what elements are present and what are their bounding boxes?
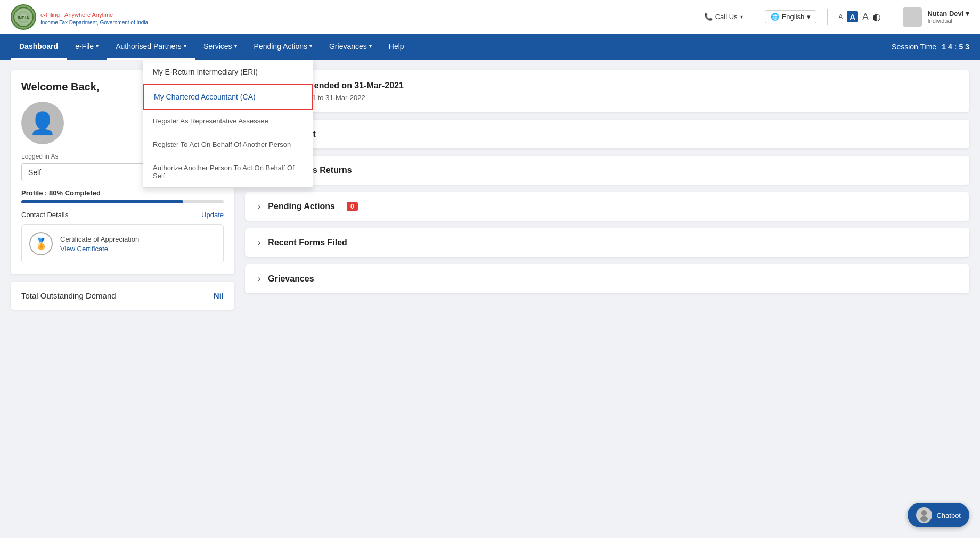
pending-actions-badge: 0 xyxy=(347,202,358,211)
svg-point-4 xyxy=(920,516,928,522)
user-chevron-icon: ▾ xyxy=(966,10,969,18)
demand-label: Total Outstanding Demand xyxy=(21,291,116,300)
call-us-chevron-icon: ▾ xyxy=(740,14,743,20)
contrast-button[interactable]: ◐ xyxy=(872,11,881,23)
svg-text:INDIA: INDIA xyxy=(18,15,29,20)
globe-icon: 🌐 xyxy=(771,13,779,21)
accordion-title-pending: Pending Actions xyxy=(268,202,335,211)
logo-filing: e-Filing Anywhere Anytime xyxy=(40,9,148,20)
svg-point-3 xyxy=(921,510,927,516)
dropdown-item-act-behalf[interactable]: Register To Act On Behalf Of Another Per… xyxy=(143,133,313,156)
nav-item-grievances[interactable]: Grievances ▾ xyxy=(321,34,380,60)
certificate-card: 🏅 Certificate of Appreciation View Certi… xyxy=(21,224,224,263)
nav-item-pending-actions[interactable]: Pending Actions ▾ xyxy=(246,34,321,60)
accordion-chevron-icon-3: › xyxy=(258,202,260,211)
certificate-title: Certificate of Appreciation xyxy=(60,235,139,243)
user-menu[interactable]: Nutan Devi ▾ Individual xyxy=(903,7,969,27)
efile-chevron-icon: ▾ xyxy=(96,43,99,49)
update-link[interactable]: Update xyxy=(201,211,224,219)
grievances-chevron-icon: ▾ xyxy=(369,43,372,49)
logo-sub-text: Income Tax Department, Government of Ind… xyxy=(40,20,148,26)
session-digit-2: 4 xyxy=(948,43,952,51)
accordion-chevron-icon-4: › xyxy=(258,238,260,247)
session-digit-4: 3 xyxy=(965,43,969,51)
services-chevron-icon: ▾ xyxy=(234,43,237,49)
user-role: Individual xyxy=(927,18,969,24)
accordion-recent-forms[interactable]: › Recent Forms Filed xyxy=(245,228,969,257)
divider-3 xyxy=(892,9,892,25)
language-chevron-icon: ▾ xyxy=(807,13,811,21)
user-info: Nutan Devi ▾ Individual xyxy=(927,10,969,24)
call-us-button[interactable]: 📞 Call Us ▾ xyxy=(704,13,743,21)
dropdown-item-ca[interactable]: My Chartered Accountant (CA) xyxy=(143,84,313,110)
dropdown-item-eri[interactable]: My E-Return Intermediary (ERI) xyxy=(143,60,313,84)
logo-text: e-Filing Anywhere Anytime Income Tax Dep… xyxy=(40,9,148,26)
nav-item-efile[interactable]: e-File ▾ xyxy=(67,34,107,60)
contact-details-label: Contact Details xyxy=(21,211,68,219)
accordion-grievances[interactable]: › Grievances xyxy=(245,264,969,293)
chatbot-button[interactable]: Chatbot xyxy=(908,503,969,527)
dropdown-item-authorize[interactable]: Authorize Another Person To Act On Behal… xyxy=(143,156,313,187)
session-colon: : xyxy=(954,43,957,51)
partners-chevron-icon: ▾ xyxy=(184,43,186,49)
contact-row: Contact Details Update xyxy=(21,211,224,219)
dropdown-item-rep-assessee[interactable]: Register As Representative Assessee xyxy=(143,110,313,133)
session-digit-3: 5 xyxy=(959,43,963,51)
session-digit-1: 1 xyxy=(942,43,946,51)
demand-card: Total Outstanding Demand Nil xyxy=(11,282,234,310)
accordion-tax-deposit[interactable]: › Tax Deposit xyxy=(245,120,969,148)
avatar-icon: 👤 xyxy=(29,111,56,136)
chatbot-label: Chatbot xyxy=(936,511,961,519)
divider-2 xyxy=(827,9,828,25)
user-name: Nutan Devi ▾ xyxy=(927,10,969,18)
user-avatar-large: 👤 xyxy=(21,102,64,144)
pending-chevron-icon: ▾ xyxy=(309,43,312,49)
profile-completion: Profile : 80% Completed xyxy=(21,189,224,203)
nav-item-services[interactable]: Services ▾ xyxy=(195,34,246,60)
phone-icon: 📞 xyxy=(704,13,713,21)
avatar xyxy=(903,7,922,27)
font-controls: A A A ◐ xyxy=(838,11,881,23)
accordion-last-3-years[interactable]: › Last 3 years Returns xyxy=(245,156,969,185)
view-certificate-link[interactable]: View Certificate xyxy=(60,245,139,253)
top-bar: INDIA e-Filing Anywhere Anytime Income T… xyxy=(0,0,980,34)
profile-label: Profile : 80% Completed xyxy=(21,189,224,197)
nav-item-authorised-partners[interactable]: Authorised Partners ▾ xyxy=(107,34,195,60)
logo-area: INDIA e-Filing Anywhere Anytime Income T… xyxy=(11,4,148,30)
chatbot-avatar xyxy=(916,507,932,523)
accordion-chevron-icon-5: › xyxy=(258,274,260,284)
info-banner-sub: : Year 01-Apr-2021 to 31-Mar-2022 xyxy=(258,94,957,102)
progress-bar-bg xyxy=(21,200,224,203)
right-content: n for the year ended on 31-Mar-2021 : Ye… xyxy=(245,70,969,527)
info-banner: n for the year ended on 31-Mar-2021 : Ye… xyxy=(245,70,969,112)
accordion-pending-actions[interactable]: › Pending Actions 0 xyxy=(245,192,969,221)
accordion-title-recent-forms: Recent Forms Filed xyxy=(268,238,347,247)
language-selector[interactable]: 🌐 English ▾ xyxy=(765,10,817,23)
session-time: Session Time 1 4 : 5 3 xyxy=(892,43,969,51)
certificate-icon: 🏅 xyxy=(29,232,53,255)
logo-emblem: INDIA xyxy=(11,4,36,30)
font-small-button[interactable]: A xyxy=(838,13,843,21)
demand-value[interactable]: Nil xyxy=(214,291,224,300)
authorised-partners-dropdown: My E-Return Intermediary (ERI) My Charte… xyxy=(143,60,313,188)
nav-item-dashboard[interactable]: Dashboard xyxy=(11,34,67,60)
accordion-title-grievances: Grievances xyxy=(268,274,314,284)
certificate-text: Certificate of Appreciation View Certifi… xyxy=(60,235,139,253)
info-banner-title: n for the year ended on 31-Mar-2021 xyxy=(258,81,957,90)
font-medium-button[interactable]: A xyxy=(847,11,858,22)
nav-bar: Dashboard e-File ▾ Authorised Partners ▾… xyxy=(0,34,980,60)
progress-bar-fill xyxy=(21,200,183,203)
font-large-button[interactable]: A xyxy=(862,12,868,22)
divider-1 xyxy=(754,9,754,25)
nav-item-help[interactable]: Help xyxy=(380,34,413,60)
